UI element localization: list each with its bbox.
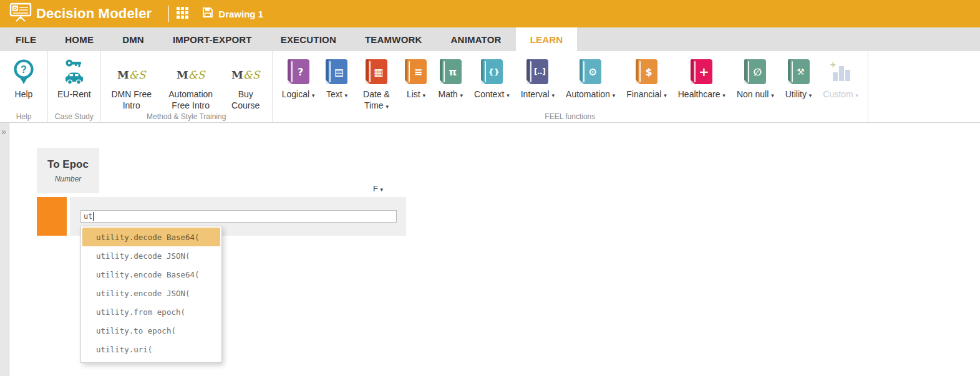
chevron-down-icon: ▾ [771,92,774,99]
app-logo-icon: D [9,2,32,26]
svg-text:D: D [13,6,17,11]
method-style-logo-icon: M&S [231,56,260,87]
app-title: Decision Modeler [36,6,152,22]
ribbon: ? Help Help [0,51,980,123]
feel-date-time-button[interactable]: ▦ Date & Time ▾ [353,56,399,111]
method-style-logo-icon: M&S [177,56,205,87]
chevron-down-icon: ▾ [722,92,725,99]
expand-panel-icon[interactable]: » [1,127,6,137]
sidebar-collapsed-strip[interactable]: » [0,123,9,376]
autocomplete-item[interactable]: utility.from epoch( [82,302,220,321]
context-book-icon: {} [481,59,503,84]
chevron-down-icon: ▾ [552,92,555,99]
autocomplete-item[interactable]: utility.encode JSON( [82,284,220,302]
chevron-down-icon: ▾ [423,92,426,99]
menu-item-animator[interactable]: ANIMATOR [437,27,516,51]
feel-utility-button[interactable]: ⚒ Utility ▾ [780,56,818,100]
healthcare-book-icon: + [691,59,712,84]
method-style-logo-icon: M&S [117,56,146,87]
menu-item-dmn[interactable]: DMN [108,27,158,51]
ribbon-group-label-help: Help [0,112,47,121]
feel-custom-button[interactable]: + Custom ▾ [817,56,864,100]
chevron-down-icon: ▾ [345,92,348,99]
interval-book-icon: [‥] [526,59,548,84]
feel-list-button[interactable]: ≡ List ▾ [399,56,432,100]
menu-item-home[interactable]: HOME [51,27,108,51]
header-divider [168,6,169,22]
autocomplete-item[interactable]: utility.decode JSON( [82,246,220,265]
chevron-down-icon: ▾ [613,92,616,99]
node-type: Number [55,175,82,183]
chevron-down-icon: ▾ [809,92,812,99]
eu-rent-car-key-icon [60,56,89,87]
help-button[interactable]: ? Help [4,56,44,100]
ribbon-group-label-case-study: Case Study [48,112,100,121]
chevron-down-icon: ▾ [460,92,463,99]
menu-item-teamwork[interactable]: TEAMWORK [351,27,437,51]
feel-interval-button[interactable]: [‥] Interval ▾ [515,56,560,100]
menu-item-learn[interactable]: LEARN [516,27,578,51]
utility-book-icon: ⚒ [788,59,810,84]
feel-automation-button[interactable]: ⚙ Automation ▾ [560,56,621,100]
custom-chart-icon: + [830,60,851,84]
ribbon-group-training: M&S DMN Free Intro M&S Automation Free I… [101,51,273,122]
help-icon: ? [9,56,38,87]
ribbon-group-label-training: Method & Style Training [101,112,272,121]
non-null-book-icon: ∅ [744,59,766,84]
math-book-icon: π [440,59,462,84]
ribbon-group-feel: ? Logical ▾ ▤ Text ▾ ▦ Date & Time ▾ ≡ L… [273,51,868,122]
node-title: To Epoc [47,158,89,171]
autocomplete-item[interactable]: utility.encode Base64( [82,265,220,284]
document-name[interactable]: Drawing 1 [218,9,263,19]
automation-free-intro-button[interactable]: M&S Automation Free Intro [158,56,223,111]
text-book-icon: ▤ [326,59,347,84]
autocomplete-item[interactable]: utility.decode Base64( [82,228,220,246]
dmn-free-intro-button[interactable]: M&S DMN Free Intro [105,56,158,111]
diagram-canvas[interactable]: » To Epoc Number F ▾ ut utility.decode B… [0,123,980,376]
chevron-down-icon: ▾ [312,92,315,99]
automation-book-icon: ⚙ [580,59,601,84]
ribbon-spacer [868,51,980,122]
feel-math-button[interactable]: π Math ▾ [432,56,468,100]
menu-item-import-export[interactable]: IMPORT-EXPORT [158,27,266,51]
menu-item-file[interactable]: FILE [1,27,51,51]
expression-input-value: ut [84,212,92,221]
financial-book-icon: $ [636,59,657,84]
buy-course-button[interactable]: M&S Buy Course [223,56,268,111]
node-color-swatch[interactable] [37,197,67,236]
app-header: D Decision Modeler Drawing 1 [0,0,980,27]
feel-healthcare-button[interactable]: + Healthcare ▾ [672,56,731,100]
ribbon-group-label-feel: FEEL functions [273,112,868,121]
feel-context-button[interactable]: {} Context ▾ [468,56,515,100]
decision-node[interactable]: To Epoc Number [37,148,99,193]
menu-bar: FILE HOME DMN IMPORT-EXPORT EXECUTION TE… [0,27,980,51]
feel-logical-button[interactable]: ? Logical ▾ [276,56,321,100]
autocomplete-item[interactable]: utility.uri( [82,340,220,359]
logical-book-icon: ? [288,59,309,84]
autocomplete-item[interactable]: utility.to epoch( [82,321,220,340]
function-menu-button[interactable]: F ▾ [373,184,383,193]
chevron-down-icon: ▾ [381,186,384,193]
ribbon-group-help: ? Help Help [0,51,48,122]
eu-rent-button[interactable]: EU-Rent [52,56,97,100]
chevron-down-icon: ▾ [855,92,858,99]
chevron-down-icon: ▾ [386,104,389,110]
feel-financial-button[interactable]: $ Financial ▾ [621,56,672,100]
date-time-book-icon: ▦ [366,59,387,84]
autocomplete-popup: utility.decode Base64( utility.decode JS… [80,226,222,363]
chevron-down-icon: ▾ [664,92,667,99]
list-book-icon: ≡ [405,59,427,84]
svg-text:?: ? [21,64,27,75]
feel-non-null-button[interactable]: ∅ Non null ▾ [731,56,780,100]
expression-input[interactable]: ut [80,210,397,223]
menu-item-execution[interactable]: EXECUTION [266,27,351,51]
ribbon-group-case-study: EU-Rent Case Study [48,51,101,122]
chevron-down-icon: ▾ [507,92,510,99]
text-caret [93,212,94,221]
app-grid-icon[interactable] [177,7,188,21]
save-icon[interactable] [202,7,213,21]
feel-text-button[interactable]: ▤ Text ▾ [320,56,353,100]
